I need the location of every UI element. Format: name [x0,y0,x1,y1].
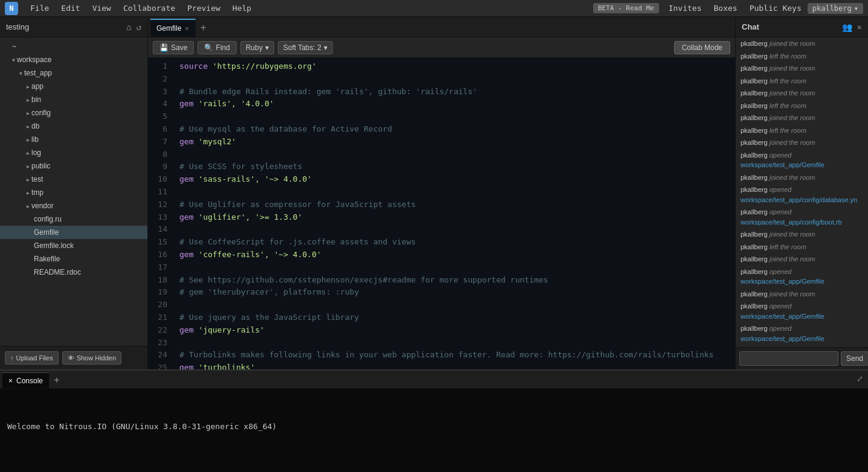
line-number-12: 12 [148,199,167,211]
show-hidden-icon: 👁 [68,354,74,362]
menu-file[interactable]: File [24,0,55,17]
tree-item-bin[interactable]: ▸bin [0,93,147,106]
line-number-4: 4 [148,98,167,110]
tree-item-config-ru[interactable]: config.ru [0,212,147,226]
console-tab-add-button[interactable]: + [49,372,65,388]
tree-arrow-icon: ▸ [27,97,30,103]
tab-bar: Gemfile × + [148,17,735,37]
console-tab-label: Console [16,377,43,385]
console-maximize-button[interactable]: ⤢ [852,370,868,388]
home-icon[interactable]: ⌂ [126,22,131,32]
public-keys-button[interactable]: Public Keys [744,0,808,17]
chat-users-icon[interactable]: 👥 [842,22,852,32]
tree-item-config[interactable]: ▸config [0,106,147,120]
tree-item-db[interactable]: ▸db [0,120,147,133]
tree-item-~[interactable]: ~ [0,40,147,53]
tree-item-lib[interactable]: ▸lib [0,133,147,146]
menu-edit[interactable]: Edit [55,0,86,17]
tree-label: log [31,148,41,157]
tree-arrow-icon: ▸ [27,83,30,90]
tree-item-test[interactable]: ▸test [0,173,147,186]
menu-help[interactable]: Help [227,0,257,17]
tree-item-rakefile[interactable]: Rakefile [0,252,147,266]
console-panel: × Console + ⤢ Welcome to Nitrous.IO (GNU… [0,369,868,472]
language-dropdown[interactable]: Ruby ▾ [240,41,274,54]
tab-add-button[interactable]: + [196,19,211,37]
tree-item-test_app[interactable]: ▾test_app [0,66,147,80]
tree-item-gemfile[interactable]: Gemfile [0,226,147,239]
menu-view[interactable]: View [86,0,117,17]
chat-message-0: pkallberg joined the room [741,37,863,50]
menu-collaborate[interactable]: Collaborate [117,0,181,17]
find-button[interactable]: 🔍 Find [198,41,236,54]
tree-label: test [31,175,43,183]
tree-arrow-icon: ▸ [27,123,30,130]
tab-gemfile[interactable]: Gemfile × [150,19,196,37]
tree-item-log[interactable]: ▸log [0,146,147,159]
invites-button[interactable]: Invites [663,0,708,17]
tabs-dropdown[interactable]: Soft Tabs: 2 ▾ [278,41,333,54]
chat-action: left the room [770,102,806,109]
console-content[interactable]: Welcome to Nitrous.IO (GNU/Linux 3.8.0-3… [0,389,868,472]
line-number-17: 17 [148,261,167,274]
boxes-button[interactable]: Boxes [708,0,744,17]
show-hidden-button[interactable]: 👁 Show Hidden [62,351,121,365]
line-number-23: 23 [148,337,167,349]
chat-message-19: pkallberg openedworkspace/test_app/Gemfi… [741,322,863,345]
chat-username: pkallberg [741,127,768,134]
beta-button[interactable]: BETA - Read Me [593,3,659,13]
chat-input[interactable] [739,351,838,366]
chat-close-icon[interactable]: × [857,22,862,32]
chat-link[interactable]: workspace/test_app/Gemfile [741,313,825,320]
tree-item-public[interactable]: ▸public [0,159,147,173]
save-button[interactable]: 💾 Save [153,41,194,54]
chat-send-button[interactable]: Send [841,351,868,366]
user-menu-button[interactable]: pkallberg ▾ [808,3,863,14]
chat-link[interactable]: workspace/test_app/config/database.yn [741,196,857,203]
line-number-6: 6 [148,123,167,136]
chat-action: opened [770,208,792,215]
tree-arrow-icon: ▸ [27,203,30,209]
tree-item-workspace[interactable]: ▾workspace [0,53,147,66]
tree-label: lib [31,135,39,144]
upload-icon: ↑ [10,354,14,362]
app-logo[interactable]: N [5,2,18,15]
menu-preview[interactable]: Preview [181,0,227,17]
line-number-7: 7 [148,136,167,148]
tree-arrow-icon: ▾ [19,70,22,77]
chat-message-14: pkallberg left the room [741,241,863,254]
main-area: testing ⌂ ↺ ~▾workspace▾test_app▸app▸bin… [0,17,868,369]
tree-item-vendor[interactable]: ▸vendor [0,199,147,212]
user-arrow-icon: ▾ [854,4,858,13]
chat-username: pkallberg [741,186,768,193]
console-close-icon[interactable]: × [8,377,13,385]
tree-arrow-icon: ▸ [27,136,30,143]
chat-link[interactable]: workspace/test_app/config/boot.rb [741,218,842,226]
code-line-14 [179,223,735,236]
line-number-14: 14 [148,223,167,236]
code-content[interactable]: source 'https://rubygems.org' # Bundle e… [172,58,735,369]
tree-arrow-icon: ▸ [27,150,30,156]
chat-link[interactable]: workspace/test_app/Gemfile [741,161,825,168]
tree-item-gemfile-lock[interactable]: Gemfile.lock [0,239,147,252]
refresh-icon[interactable]: ↺ [137,22,141,32]
code-line-16: gem 'coffee-rails', '~> 4.0.0' [179,249,735,261]
console-tab[interactable]: × Console [2,372,49,388]
chat-username: pkallberg [741,208,768,215]
line-number-19: 19 [148,286,167,299]
code-editor[interactable]: 1234567891011121314151617181920212223242… [148,58,735,369]
tree-item-readme-rdoc[interactable]: README.rdoc [0,266,147,279]
chat-link[interactable]: workspace/test_app/Gemfile [741,278,825,285]
upload-files-button[interactable]: ↑ Upload Files [5,351,59,365]
code-line-7: gem 'mysql2' [179,136,735,148]
chat-link[interactable]: workspace/test_app/Gemfile [741,335,825,342]
chat-username: pkallberg [741,89,768,97]
chat-message-12: pkallberg openedworkspace/test_app/confi… [741,206,863,228]
chat-message-3: pkallberg left the room [741,75,863,88]
collab-mode-button[interactable]: Collab Mode [674,41,730,54]
chat-username: pkallberg [741,325,768,332]
tree-item-tmp[interactable]: ▸tmp [0,186,147,199]
tab-close-icon[interactable]: × [185,25,188,32]
tree-item-app[interactable]: ▸app [0,80,147,93]
code-line-6: # Use mysql as the database for Active R… [179,123,735,136]
